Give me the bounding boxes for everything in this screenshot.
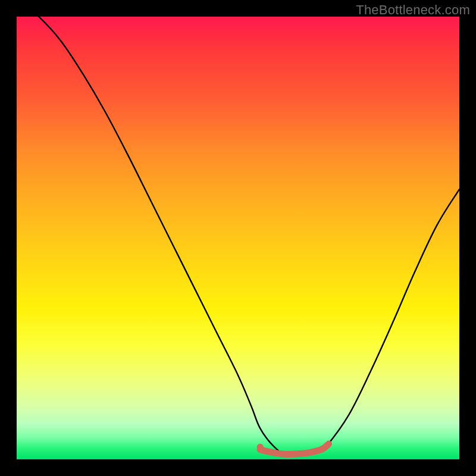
watermark-text: TheBottleneck.com	[356, 2, 470, 18]
plot-area	[17, 17, 459, 459]
chart-svg	[17, 17, 459, 459]
highlight-segment	[260, 444, 328, 455]
bottleneck-curve	[17, 17, 459, 456]
highlight-dot	[257, 444, 264, 450]
chart-frame: TheBottleneck.com	[0, 0, 476, 476]
